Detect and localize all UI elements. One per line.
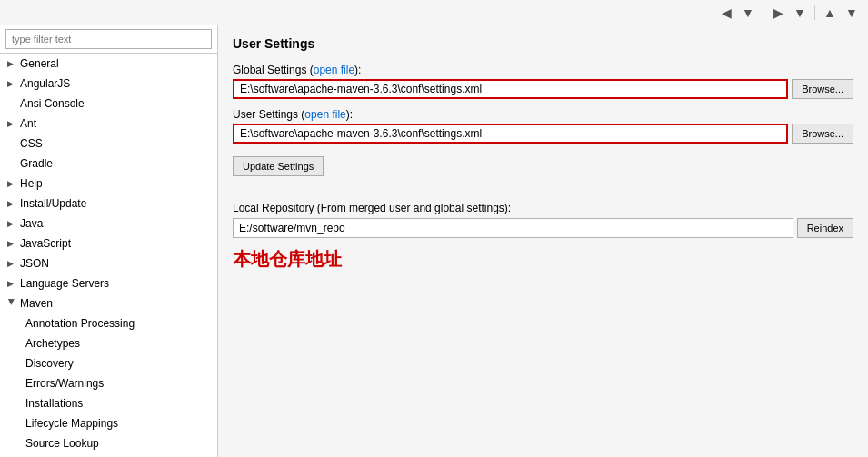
sidebar-item-angularjs[interactable]: ▶ AngularJS	[0, 74, 217, 94]
sidebar-item-ant[interactable]: ▶ Ant	[0, 114, 217, 134]
sidebar-label: Help	[20, 175, 43, 192]
back-button[interactable]: ◀	[717, 4, 735, 22]
global-settings-input-row: Browse...	[233, 79, 853, 99]
arrow-icon: ▶	[7, 175, 16, 192]
page-title: User Settings	[233, 36, 853, 51]
scroll-up-button[interactable]: ▲	[821, 4, 839, 22]
local-repo-row: Local Repository (From merged user and g…	[233, 202, 853, 238]
user-settings-browse-button[interactable]: Browse...	[792, 124, 853, 144]
global-settings-suffix: ):	[354, 64, 361, 76]
sidebar-label: Source Lookup	[25, 435, 99, 452]
arrow-icon: ▶	[7, 275, 16, 292]
sidebar-item-installations[interactable]: Installations	[0, 393, 217, 413]
sidebar-item-language-servers[interactable]: ▶ Language Servers	[0, 273, 217, 293]
main-layout: ▶ General ▶ AngularJS ▶ Ansi Console ▶ A…	[0, 25, 868, 457]
sidebar-item-annotation-processing[interactable]: Annotation Processing	[0, 313, 217, 333]
toolbar-divider	[763, 5, 763, 20]
sidebar-label: CSS	[20, 135, 43, 152]
sidebar-item-css[interactable]: ▶ CSS	[0, 134, 217, 154]
sidebar-item-archetypes[interactable]: Archetypes	[0, 333, 217, 353]
sidebar-label: Lifecycle Mappings	[25, 415, 118, 432]
global-settings-text: Global Settings (	[233, 64, 314, 76]
sidebar: ▶ General ▶ AngularJS ▶ Ansi Console ▶ A…	[0, 25, 218, 457]
global-settings-row: Global Settings (open file): Browse...	[233, 64, 853, 99]
sidebar-item-errors-warnings[interactable]: Errors/Warnings	[0, 373, 217, 393]
sidebar-item-ansi-console[interactable]: ▶ Ansi Console	[0, 94, 217, 114]
sidebar-item-general[interactable]: ▶ General	[0, 54, 217, 74]
sidebar-label: Errors/Warnings	[25, 375, 104, 392]
sidebar-item-gradle[interactable]: ▶ Gradle	[0, 154, 217, 174]
arrow-icon: ▶	[7, 115, 16, 132]
global-settings-link[interactable]: open file	[314, 64, 354, 76]
local-repo-label: Local Repository (From merged user and g…	[233, 202, 853, 214]
filter-input[interactable]	[5, 29, 212, 49]
sidebar-item-json[interactable]: ▶ JSON	[0, 253, 217, 273]
content-area: User Settings Global Settings (open file…	[218, 25, 868, 457]
sidebar-item-javascript[interactable]: ▶ JavaScript	[0, 233, 217, 253]
back-dropdown-button[interactable]: ▼	[739, 4, 757, 22]
arrow-icon: ▶	[7, 55, 16, 72]
user-settings-text: User Settings (	[233, 108, 304, 121]
sidebar-item-templates[interactable]: Templates	[0, 453, 217, 457]
scroll-down-button[interactable]: ▼	[843, 4, 861, 22]
update-settings-button[interactable]: Update Settings	[233, 156, 324, 176]
forward-dropdown-button[interactable]: ▼	[791, 4, 809, 22]
forward-button[interactable]: ▶	[769, 4, 787, 22]
sidebar-label: Annotation Processing	[25, 315, 135, 332]
arrow-icon: ▶	[7, 215, 16, 232]
sidebar-label: Install/Update	[20, 195, 86, 212]
user-settings-input-row: Browse...	[233, 124, 853, 144]
reindex-button[interactable]: Reindex	[797, 218, 853, 238]
arrow-icon: ▶	[7, 195, 16, 212]
update-settings-container: Update Settings	[233, 153, 853, 189]
arrow-icon: ▶	[7, 75, 16, 92]
toolbar-divider-2	[814, 5, 815, 20]
sidebar-label: Language Servers	[20, 275, 109, 292]
sidebar-item-source-lookup[interactable]: Source Lookup	[0, 433, 217, 453]
sidebar-list: ▶ General ▶ AngularJS ▶ Ansi Console ▶ A…	[0, 54, 217, 457]
global-settings-label: Global Settings (open file):	[233, 64, 853, 76]
sidebar-item-help[interactable]: ▶ Help	[0, 174, 217, 194]
arrow-icon: ▶	[7, 255, 16, 272]
local-repo-input-row: Reindex	[233, 218, 853, 238]
user-settings-suffix: ):	[346, 108, 353, 121]
user-settings-link[interactable]: open file	[304, 108, 345, 121]
sidebar-filter-container	[0, 25, 217, 54]
sidebar-label: Discovery	[25, 355, 74, 372]
sidebar-label: General	[20, 55, 59, 72]
arrow-icon: ▶	[7, 235, 16, 252]
sidebar-label: Maven	[20, 295, 53, 312]
sidebar-label: Ansi Console	[20, 95, 85, 112]
user-settings-input[interactable]	[233, 124, 788, 144]
sidebar-label: JavaScript	[20, 235, 71, 252]
user-settings-label: User Settings (open file):	[233, 108, 853, 121]
sidebar-item-java[interactable]: ▶ Java	[0, 214, 217, 233]
sidebar-item-discovery[interactable]: Discovery	[0, 353, 217, 373]
sidebar-label: Archetypes	[25, 335, 80, 352]
sidebar-item-lifecycle-mappings[interactable]: Lifecycle Mappings	[0, 413, 217, 433]
sidebar-label: AngularJS	[20, 75, 70, 92]
sidebar-item-install-update[interactable]: ▶ Install/Update	[0, 194, 217, 214]
sidebar-label: Ant	[20, 115, 36, 132]
global-settings-input[interactable]	[233, 79, 788, 99]
user-settings-row: User Settings (open file): Browse...	[233, 108, 853, 144]
sidebar-label: JSON	[20, 255, 49, 272]
sidebar-label: Gradle	[20, 155, 53, 172]
sidebar-label: Installations	[25, 395, 83, 412]
global-settings-browse-button[interactable]: Browse...	[792, 79, 853, 99]
sidebar-item-maven[interactable]: ▶ Maven	[0, 293, 217, 313]
arrow-icon: ▶	[4, 299, 20, 308]
toolbar: ◀ ▼ ▶ ▼ ▲ ▼	[0, 0, 868, 25]
annotation-text: 本地仓库地址	[233, 247, 853, 272]
sidebar-label: Java	[20, 215, 43, 232]
local-repo-input[interactable]	[233, 218, 793, 238]
